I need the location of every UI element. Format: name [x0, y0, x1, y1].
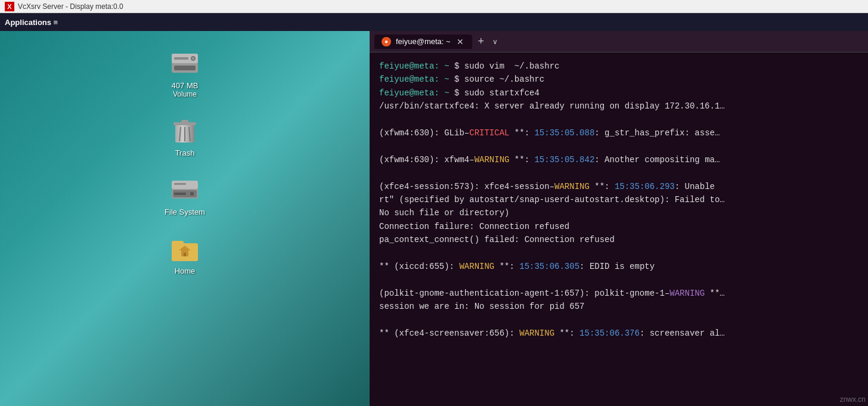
terminal-line-16: ** (xiccd:655): WARNING **: 15:35:06.305… — [379, 260, 858, 273]
home-label: Home — [175, 266, 196, 275]
svg-text:X: X — [7, 3, 12, 10]
filesystem-label: File System — [165, 207, 205, 216]
filesystem-icon — [170, 175, 199, 204]
home-icon — [170, 234, 199, 263]
taskbar: Applications ≡ — [0, 13, 868, 31]
window-title: VcXsrv Server - Display meta:0.0 — [18, 2, 123, 11]
volume-label-line2: Volume — [173, 90, 197, 98]
svg-rect-7 — [174, 57, 188, 60]
terminal-line-20 — [379, 313, 858, 326]
terminal-line-15 — [379, 246, 858, 259]
add-tab-button[interactable]: + — [475, 34, 488, 49]
desktop-icon-home[interactable]: Home — [155, 234, 215, 275]
ubuntu-icon: ● — [382, 37, 391, 47]
svg-point-19 — [190, 192, 194, 196]
tab-dropdown-button[interactable]: ∨ — [490, 36, 500, 47]
terminal-line-6: (xfwm4:630): GLib–CRITICAL **: 15:35:05.… — [379, 126, 858, 140]
terminal-line-11: rt" (specified by autostart/snap-userd-a… — [379, 193, 858, 206]
volume-label-line1: 407 MB — [172, 81, 199, 90]
terminal-line-7 — [379, 140, 858, 153]
svg-point-6 — [192, 57, 194, 60]
app-icon: X — [5, 2, 14, 11]
desktop-icon-volume[interactable]: 407 MB Volume — [155, 49, 215, 98]
terminal-line-1: feiyue@meta: ~ $ sudo vim ~/.bashrc — [379, 60, 858, 73]
terminal-titlebar: ● feiyue@meta: ~ ✕ + ∨ — [370, 31, 868, 52]
terminal-window: ● feiyue@meta: ~ ✕ + ∨ feiyue@meta: ~ $ … — [370, 31, 868, 406]
terminal-line-17 — [379, 273, 858, 286]
terminal-tab[interactable]: ● feiyue@meta: ~ ✕ — [374, 35, 472, 49]
terminal-line-19: session we are in: No session for pid 65… — [379, 300, 858, 313]
terminal-line-3: feiyue@meta: ~ $ sudo startxfce4 — [379, 86, 858, 100]
svg-rect-18 — [174, 193, 186, 195]
svg-rect-20 — [174, 183, 186, 185]
terminal-line-21: ** (xfce4-screensaver:656): WARNING **: … — [379, 327, 858, 340]
svg-rect-11 — [181, 120, 188, 123]
terminal-line-13: Connection failure: Connection refused — [379, 220, 858, 233]
terminal-line-2: feiyue@meta: ~ $ source ~/.bashrc — [379, 73, 858, 86]
applications-menu[interactable]: Applications ≡ — [5, 18, 58, 27]
watermark: znwx.cn — [840, 395, 866, 404]
desktop: 407 MB Volume Trash — [0, 31, 370, 406]
terminal-line-10: (xfce4-session:573): xfce4-session–WARNI… — [379, 180, 858, 193]
terminal-line-12: No such file or directory) — [379, 206, 858, 219]
svg-rect-26 — [184, 253, 186, 256]
desktop-icon-trash[interactable]: Trash — [155, 116, 215, 157]
terminal-line-9 — [379, 166, 858, 179]
terminal-tab-title: feiyue@meta: ~ — [396, 37, 451, 46]
trash-icon — [170, 116, 199, 145]
svg-rect-4 — [174, 66, 196, 70]
terminal-line-4: /usr/bin/startxfce4: X server already ru… — [379, 100, 858, 113]
desktop-icon-filesystem[interactable]: File System — [155, 175, 215, 216]
trash-label: Trash — [175, 148, 195, 157]
terminal-content[interactable]: feiyue@meta: ~ $ sudo vim ~/.bashrc feiy… — [370, 52, 868, 406]
terminal-line-14: pa_context_connect() failed: Connection … — [379, 233, 858, 246]
title-bar: X VcXsrv Server - Display meta:0.0 — [0, 0, 868, 13]
close-tab-button[interactable]: ✕ — [455, 37, 465, 47]
terminal-line-8: (xfwm4:630): xfwm4–WARNING **: 15:35:05.… — [379, 153, 858, 166]
terminal-line-18: (polkit-gnome-authentication-agent-1:657… — [379, 287, 858, 300]
terminal-line-5 — [379, 113, 858, 126]
hdd-icon — [170, 49, 199, 78]
